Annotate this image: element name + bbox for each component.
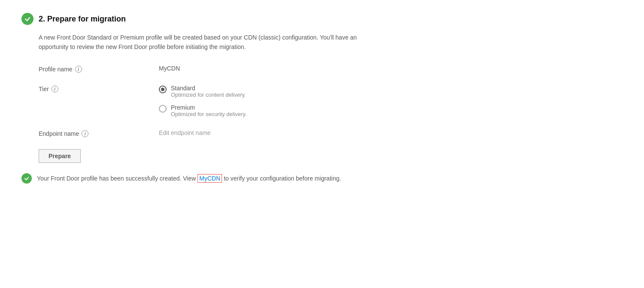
tier-info-icon[interactable]: i	[52, 86, 58, 92]
tier-standard-radio[interactable]	[159, 86, 167, 93]
tier-standard-radio-inner	[161, 88, 164, 91]
profile-name-info-icon[interactable]: i	[75, 66, 82, 73]
tier-standard-option[interactable]: Standard Optimized for content delivery.	[159, 85, 623, 98]
profile-name-value: MyCDN	[159, 65, 623, 72]
form-section: Profile name i MyCDN Tier i Standard Opt…	[39, 65, 623, 173]
success-message: Your Front Door profile has been success…	[37, 174, 341, 183]
mycdn-link[interactable]: MyCDN	[197, 174, 222, 183]
endpoint-name-value[interactable]: Edit endpoint name	[159, 129, 623, 136]
endpoint-name-info-icon[interactable]: i	[82, 130, 88, 137]
endpoint-name-row: Endpoint name i Edit endpoint name	[39, 129, 623, 137]
profile-name-row: Profile name i MyCDN	[39, 65, 623, 73]
success-check-icon	[21, 173, 32, 184]
tier-row: Tier i Standard Optimized for content de…	[39, 85, 623, 117]
tier-standard-label: Standard Optimized for content delivery.	[171, 85, 246, 98]
endpoint-name-label: Endpoint name i	[39, 129, 159, 137]
section-title: 2. Prepare for migration	[39, 15, 126, 24]
profile-name-label: Profile name i	[39, 65, 159, 73]
tier-premium-radio[interactable]	[159, 105, 167, 113]
prepare-button[interactable]: Prepare	[39, 149, 81, 163]
tier-options: Standard Optimized for content delivery.…	[159, 85, 623, 117]
step-check-icon	[21, 13, 33, 25]
tier-premium-label: Premium Optimized for security delivery.	[171, 104, 247, 117]
success-row: Your Front Door profile has been success…	[21, 173, 623, 184]
tier-premium-option[interactable]: Premium Optimized for security delivery.	[159, 104, 623, 117]
tier-label: Tier i	[39, 85, 159, 92]
section-description: A new Front Door Standard or Premium pro…	[39, 33, 425, 52]
section-header: 2. Prepare for migration	[21, 13, 623, 25]
